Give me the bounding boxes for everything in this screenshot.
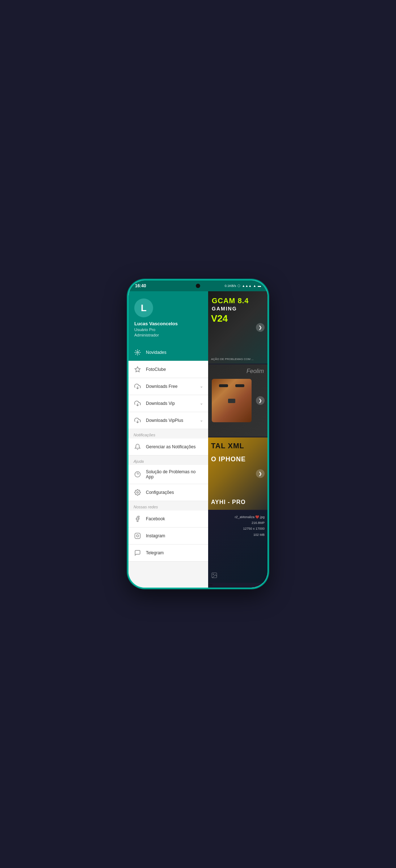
card3-bot: AYHI - PRO bbox=[211, 499, 246, 505]
notificacoes-icon bbox=[134, 443, 142, 451]
signal-icon: ▲▲▲ bbox=[242, 284, 252, 288]
card4-icon bbox=[211, 572, 218, 580]
section-redes: Nossas redes bbox=[129, 501, 208, 511]
nav-item-solucao-problemas[interactable]: Solução de Problemas no App bbox=[129, 465, 208, 484]
card2-label: Feolim bbox=[247, 368, 264, 374]
card1-version: V24 bbox=[211, 313, 228, 324]
downloads-vip-chevron: ⌄ bbox=[200, 401, 203, 406]
help-icon bbox=[134, 470, 142, 478]
card-photo[interactable]: rZ_aMonaliza ❤️.jpg 216.8MP 12750 x 1700… bbox=[208, 511, 267, 583]
card3-top: TAL XML bbox=[211, 442, 244, 450]
svg-rect-8 bbox=[135, 533, 140, 538]
nav-item-fotoclube[interactable]: FotoClube bbox=[129, 361, 208, 378]
configuracoes-label: Configurações bbox=[146, 490, 203, 495]
user-role-pro: Usuário Pro bbox=[134, 327, 202, 333]
nav-item-instagram[interactable]: Instagram bbox=[129, 528, 208, 545]
card2-arrow[interactable]: ❯ bbox=[256, 396, 265, 405]
bluetooth-icon: ⬡ bbox=[237, 284, 240, 288]
user-role-admin: Administrador bbox=[134, 333, 202, 338]
svg-point-0 bbox=[137, 351, 139, 353]
nav-item-downloads-free[interactable]: Downloads Free ⌄ bbox=[129, 378, 208, 395]
downloads-free-chevron: ⌄ bbox=[200, 384, 203, 389]
fotoclube-label: FotoClube bbox=[146, 367, 203, 372]
user-name: Lucas Vasconcelos bbox=[134, 321, 202, 327]
card4-info: rZ_aMonaliza ❤️.jpg 216.8MP 12750 x 1700… bbox=[235, 514, 265, 538]
card1-arrow[interactable]: ❯ bbox=[256, 323, 265, 332]
downloads-free-label: Downloads Free bbox=[146, 384, 200, 389]
card1-title-gcam: GCAM 8.4 bbox=[212, 297, 249, 305]
card4-size: 102 MB bbox=[235, 532, 265, 538]
downloads-vip-icon bbox=[134, 399, 142, 407]
gerenciar-notificacoes-label: Gerenciar as Notificações bbox=[146, 444, 203, 449]
telegram-icon bbox=[134, 549, 142, 557]
camera-notch bbox=[196, 284, 200, 288]
nav-item-facebook[interactable]: Facebook bbox=[129, 511, 208, 528]
card-xml[interactable]: TAL XML O IPHONE AYHI - PRO ❯ bbox=[208, 437, 267, 510]
novidades-label: Novidades bbox=[146, 350, 203, 355]
svg-marker-1 bbox=[135, 367, 140, 372]
wifi-icon: ▲ bbox=[253, 284, 256, 288]
card1-gaming: GAMING bbox=[212, 306, 237, 312]
card-face[interactable]: Feolim ❯ bbox=[208, 364, 267, 437]
downloads-vipplus-chevron: ⌄ bbox=[200, 418, 203, 423]
section-notificacoes: Notificações bbox=[129, 429, 208, 439]
card3-arrow[interactable]: ❯ bbox=[256, 469, 265, 478]
svg-point-7 bbox=[137, 491, 139, 493]
content-cards: GCAM 8.4 GAMING V24 AÇÃO DE PROBLEMAS CO… bbox=[208, 291, 267, 588]
nav-item-downloads-vipplus[interactable]: Downloads VipPlus ⌄ bbox=[129, 412, 208, 429]
fotoclube-icon bbox=[134, 365, 142, 373]
settings-icon bbox=[134, 488, 142, 496]
section-ajuda: Ajuda bbox=[129, 456, 208, 465]
nav-item-novidades[interactable]: Novidades bbox=[129, 344, 208, 361]
nav-item-telegram[interactable]: Telegram bbox=[129, 545, 208, 562]
nav-item-gerenciar-notificacoes[interactable]: Gerenciar as Notificações bbox=[129, 439, 208, 456]
downloads-vipplus-label: Downloads VipPlus bbox=[146, 418, 200, 423]
solucao-problemas-label: Solução de Problemas no App bbox=[146, 469, 203, 479]
phone-frame: 16:40 0.1KB/s ⬡ ▲▲▲ ▲ ▬ L Lucas Vasconce… bbox=[127, 279, 269, 589]
status-icons: 0.1KB/s ⬡ ▲▲▲ ▲ ▬ bbox=[225, 284, 261, 288]
battery-icon: ▬ bbox=[258, 284, 261, 288]
card4-filename: rZ_aMonaliza ❤️.jpg bbox=[235, 514, 265, 520]
downloads-vip-label: Downloads Vip bbox=[146, 401, 200, 406]
avatar: L bbox=[134, 298, 153, 317]
screen: L Lucas Vasconcelos Usuário Pro Administ… bbox=[129, 291, 267, 588]
instagram-icon bbox=[134, 532, 142, 540]
card4-dimensions: 12750 x 17000 bbox=[235, 526, 265, 532]
status-bar: 16:40 0.1KB/s ⬡ ▲▲▲ ▲ ▬ bbox=[129, 280, 267, 291]
svg-point-11 bbox=[213, 574, 214, 575]
facebook-icon bbox=[134, 515, 142, 523]
novidades-icon bbox=[134, 348, 142, 356]
card-gcam[interactable]: GCAM 8.4 GAMING V24 AÇÃO DE PROBLEMAS CO… bbox=[208, 291, 267, 364]
nav-item-downloads-vip[interactable]: Downloads Vip ⌄ bbox=[129, 395, 208, 412]
card4-mp: 216.8MP bbox=[235, 520, 265, 526]
main-content: GCAM 8.4 GAMING V24 AÇÃO DE PROBLEMAS CO… bbox=[208, 291, 267, 588]
downloads-free-icon bbox=[134, 382, 142, 390]
downloads-vipplus-icon bbox=[134, 416, 142, 424]
card3-mid: O IPHONE bbox=[211, 456, 246, 463]
drawer-header: L Lucas Vasconcelos Usuário Pro Administ… bbox=[129, 291, 208, 344]
network-speed: 0.1KB/s bbox=[225, 284, 236, 288]
card2-face-image bbox=[212, 379, 252, 422]
telegram-label: Telegram bbox=[146, 550, 203, 555]
instagram-label: Instagram bbox=[146, 533, 203, 538]
card1-bottom-text: AÇÃO DE PROBLEMAS COM ... bbox=[211, 357, 256, 361]
facebook-label: Facebook bbox=[146, 516, 203, 521]
drawer: L Lucas Vasconcelos Usuário Pro Administ… bbox=[129, 291, 208, 588]
status-time: 16:40 bbox=[135, 283, 146, 288]
nav-item-configuracoes[interactable]: Configurações bbox=[129, 484, 208, 501]
